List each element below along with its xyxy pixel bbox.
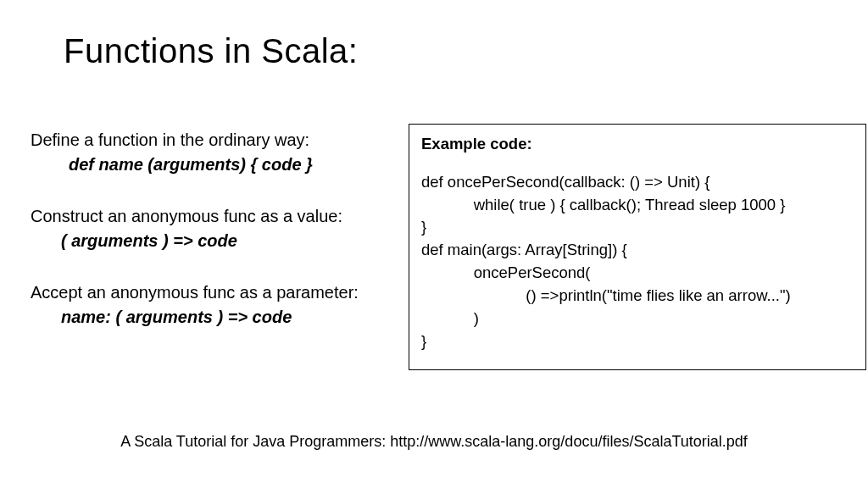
code-line: } — [421, 216, 854, 239]
define-desc: Define a function in the ordinary way: — [31, 129, 403, 152]
anon-param-desc: Accept an anonymous func as a parameter: — [31, 281, 403, 304]
code-line: () =>println("time flies like an arrow..… — [421, 285, 854, 308]
code-line: def main(args: Array[String]) { — [421, 239, 854, 262]
code-line: ) — [421, 308, 854, 330]
anon-value-syntax: ( arguments ) => code — [31, 230, 403, 252]
code-line: while( true ) { callback(); Thread sleep… — [421, 194, 854, 217]
slide-title: Functions in Scala: — [64, 32, 358, 70]
code-line: oncePerSecond( — [421, 262, 854, 285]
definitions-column: Define a function in the ordinary way: d… — [31, 129, 403, 358]
anon-value-desc: Construct an anonymous func as a value: — [31, 205, 403, 228]
define-syntax: def name (arguments) { code } — [31, 153, 403, 176]
code-line: } — [421, 330, 854, 353]
example-code-box: Example code: def oncePerSecond(callback… — [409, 124, 866, 370]
example-heading: Example code: — [421, 133, 854, 156]
anon-param-syntax: name: ( arguments ) => code — [31, 306, 403, 329]
footer-citation: A Scala Tutorial for Java Programmers: h… — [0, 433, 868, 451]
code-line: def oncePerSecond(callback: () => Unit) … — [421, 171, 854, 194]
